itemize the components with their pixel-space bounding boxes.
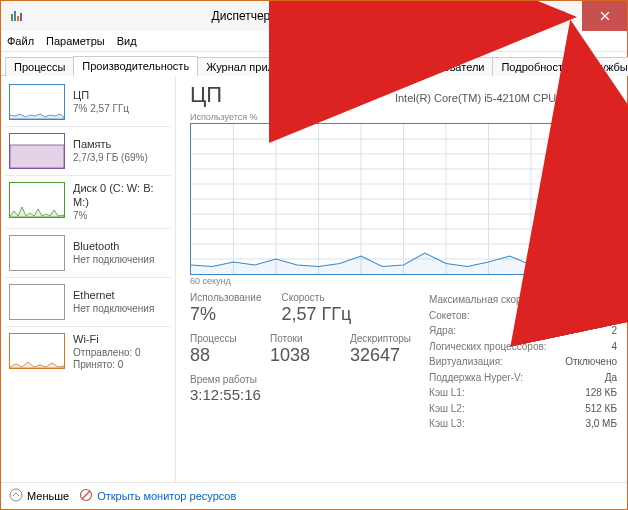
bottom-bar: Меньше Открыть монитор ресурсов: [1, 482, 627, 509]
chart-ylabel: Используется %: [190, 112, 258, 122]
chevron-up-icon: [9, 488, 23, 504]
chart-xright: 0: [612, 276, 617, 286]
menu-view[interactable]: Вид: [117, 35, 137, 47]
fewer-details-button[interactable]: Меньше: [9, 488, 69, 504]
utilization-label: Использование: [190, 292, 261, 303]
page-title: ЦП: [190, 82, 222, 108]
svg-point-28: [10, 489, 22, 501]
titlebar: Диспетчер задач: [1, 1, 627, 31]
threads-value: 1038: [270, 345, 330, 366]
svg-rect-2: [17, 16, 19, 21]
tab-details[interactable]: Подробности: [492, 57, 578, 76]
sidebar-item-wifi[interactable]: Wi-FiОтправлено: 0 Принято: 0: [1, 329, 175, 376]
minimize-button[interactable]: [492, 1, 537, 31]
close-button[interactable]: [582, 1, 627, 31]
content-pane: ЦП Intel(R) Core(TM) i5-4210M CPU @ 2.60…: [176, 76, 627, 482]
processes-value: 88: [190, 345, 250, 366]
speed-label: Скорость: [281, 292, 351, 303]
cpu-details: Максимальная скорость:2,59 ГГц Сокетов:1…: [429, 292, 617, 432]
chart-xleft: 60 секунд: [190, 276, 231, 286]
svg-rect-3: [20, 13, 22, 21]
svg-rect-1: [14, 11, 16, 21]
tabs: Процессы Производительность Журнал прило…: [1, 52, 627, 76]
sidebar: ЦП7% 2,57 ГГц Память2,7/3,9 ГБ (69%) Дис…: [1, 76, 176, 482]
handles-value: 32647: [350, 345, 411, 366]
memory-value: 2,7/3,9 ГБ (69%): [73, 152, 167, 165]
cpu-description: Intel(R) Core(TM) i5-4210M CPU @ 2.60GHz: [395, 92, 617, 104]
tab-performance[interactable]: Производительность: [73, 56, 198, 76]
tab-startup[interactable]: Автозагрузка: [320, 57, 405, 76]
app-icon: [9, 8, 25, 24]
wifi-value: Отправлено: 0 Принято: 0: [73, 347, 167, 372]
cpu-value: 7% 2,57 ГГц: [73, 103, 167, 116]
svg-rect-8: [10, 145, 64, 168]
tab-app-history[interactable]: Журнал приложений: [197, 57, 321, 76]
handles-label: Дескрипторы: [350, 333, 411, 344]
ethernet-value: Нет подключения: [73, 303, 167, 316]
wifi-label: Wi-Fi: [73, 333, 167, 347]
speed-value: 2,57 ГГц: [281, 304, 351, 325]
bluetooth-value: Нет подключения: [73, 254, 167, 267]
maximize-button[interactable]: [537, 1, 582, 31]
svg-rect-5: [556, 12, 564, 20]
uptime-label: Время работы: [190, 374, 261, 385]
sidebar-item-disk[interactable]: Диск 0 (C: W: B: M:)7%: [1, 178, 175, 226]
svg-line-30: [82, 491, 90, 499]
cpu-chart: [190, 123, 617, 275]
menu-file[interactable]: Файл: [7, 35, 34, 47]
sidebar-item-cpu[interactable]: ЦП7% 2,57 ГГц: [1, 80, 175, 124]
tab-processes[interactable]: Процессы: [5, 57, 74, 76]
uptime-value: 3:12:55:16: [190, 386, 261, 403]
utilization-value: 7%: [190, 304, 261, 325]
cpu-label: ЦП: [73, 89, 167, 103]
sidebar-item-bluetooth[interactable]: BluetoothНет подключения: [1, 231, 175, 275]
sidebar-item-memory[interactable]: Память2,7/3,9 ГБ (69%): [1, 129, 175, 173]
disk-label: Диск 0 (C: W: B: M:): [73, 182, 167, 210]
ethernet-label: Ethernet: [73, 289, 167, 303]
resource-monitor-icon: [79, 488, 93, 504]
tab-users[interactable]: Пользователи: [404, 57, 494, 76]
chart-ymax: 100%: [594, 112, 617, 122]
bluetooth-label: Bluetooth: [73, 240, 167, 254]
menubar: Файл Параметры Вид: [1, 31, 627, 52]
open-resource-monitor-link[interactable]: Открыть монитор ресурсов: [79, 488, 236, 504]
menu-options[interactable]: Параметры: [46, 35, 105, 47]
sidebar-item-ethernet[interactable]: EthernetНет подключения: [1, 280, 175, 324]
processes-label: Процессы: [190, 333, 250, 344]
disk-value: 7%: [73, 210, 167, 223]
svg-rect-0: [11, 14, 13, 21]
tab-services[interactable]: Службы: [577, 57, 628, 76]
threads-label: Потоки: [270, 333, 330, 344]
window-title: Диспетчер задач: [25, 9, 492, 23]
memory-label: Память: [73, 138, 167, 152]
